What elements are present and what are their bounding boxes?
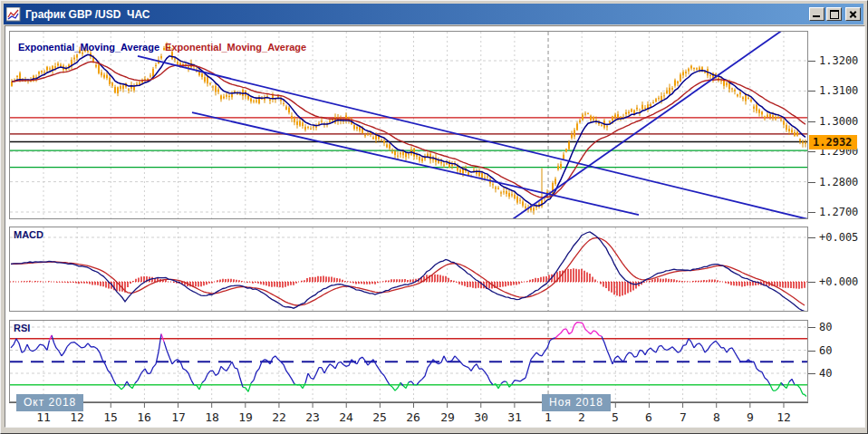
- date-axis-label: 31: [501, 410, 528, 424]
- chart-client-area: Exponential_Moving_AverageExponential_Mo…: [5, 25, 865, 428]
- date-axis-label: 12: [63, 410, 91, 424]
- date-axis-label: 22: [265, 410, 293, 424]
- price-chart-canvas[interactable]: [10, 32, 807, 218]
- rsi-label: RSI: [14, 323, 30, 333]
- macd-axis-label-tick: [808, 282, 815, 283]
- price-axis-label: 1.3200: [819, 54, 858, 67]
- rsi-axis-label: 60: [819, 344, 832, 357]
- rsi-axis-label-tick: [808, 351, 815, 352]
- rsi-axis-label-tick: [808, 327, 815, 328]
- date-axis-label: 12: [770, 410, 797, 424]
- price-chart-panel[interactable]: Exponential_Moving_AverageExponential_Mo…: [9, 31, 808, 219]
- rsi-panel[interactable]: RSI: [9, 320, 808, 402]
- price-axis-label: 1.3000: [819, 115, 858, 128]
- price-axis-label-tick: [808, 121, 815, 122]
- date-axis-label: 30: [468, 410, 495, 424]
- date-axis-label: 18: [198, 410, 226, 424]
- date-axis-label: 23: [299, 410, 326, 424]
- current-price-badge: 1.2932: [809, 135, 857, 149]
- price-axis-label: 1.2700: [819, 206, 858, 218]
- date-axis-label: 1: [535, 410, 562, 424]
- date-axis-label: 9: [737, 410, 764, 424]
- chart-window: График GBP /USD ЧАС Exponential_Moving_A…: [0, 0, 868, 434]
- date-axis-label: 24: [333, 410, 360, 424]
- minimize-icon: [813, 15, 820, 17]
- price-axis-label-tick: [808, 151, 815, 152]
- month-badge: Ноя 2018: [542, 394, 611, 411]
- rsi-axis-label: 80: [819, 321, 832, 333]
- price-axis-label-tick: [808, 212, 815, 213]
- macd-axis-label: +0.000: [819, 275, 858, 288]
- rsi-axis-label: 40: [819, 367, 832, 380]
- date-axis-label: 5: [602, 410, 629, 424]
- date-axis-label: 25: [366, 410, 393, 424]
- date-axis-label: 2: [568, 410, 595, 424]
- price-axis-label: 1.3100: [819, 84, 858, 97]
- price-axis-label-tick: [808, 91, 815, 92]
- macd-panel[interactable]: MACD: [9, 227, 808, 312]
- macd-axis-label: +0.005: [819, 231, 858, 244]
- rsi-axis-label-tick: [808, 373, 815, 374]
- macd-axis-label-tick: [808, 237, 815, 238]
- date-axis-label: 8: [703, 410, 730, 424]
- date-axis-label: 19: [232, 410, 259, 424]
- macd-label: MACD: [14, 229, 43, 240]
- maximize-button[interactable]: [826, 7, 842, 21]
- window-controls: [809, 7, 861, 21]
- date-axis-label: 6: [635, 410, 662, 424]
- macd-canvas[interactable]: [10, 227, 807, 311]
- date-axis-label: 17: [165, 410, 192, 424]
- close-button[interactable]: [845, 7, 861, 21]
- price-axis-label-tick: [808, 182, 815, 183]
- price-axis-label: 1.2800: [819, 176, 858, 188]
- date-axis-label: 29: [434, 410, 461, 424]
- app-chart-icon: [6, 7, 21, 22]
- date-axis-label: 26: [400, 410, 427, 424]
- ema-label-slow: Exponential_Moving_Average: [165, 42, 306, 53]
- maximize-icon: [830, 10, 839, 19]
- minimize-button[interactable]: [809, 7, 825, 21]
- indicator-labels: Exponential_Moving_AverageExponential_Mo…: [18, 38, 312, 54]
- date-axis-label: 11: [30, 410, 57, 424]
- ema-label-fast: Exponential_Moving_Average: [18, 42, 159, 53]
- window-titlebar[interactable]: График GBP /USD ЧАС: [4, 4, 863, 24]
- date-axis-label: 15: [97, 410, 124, 424]
- date-axis-label: 7: [670, 410, 697, 424]
- date-axis-label: 16: [130, 410, 158, 424]
- window-title: График GBP /USD ЧАС: [25, 8, 150, 21]
- rsi-canvas[interactable]: [10, 321, 807, 401]
- month-badge: Окт 2018: [16, 394, 83, 411]
- price-axis-label-tick: [808, 61, 815, 62]
